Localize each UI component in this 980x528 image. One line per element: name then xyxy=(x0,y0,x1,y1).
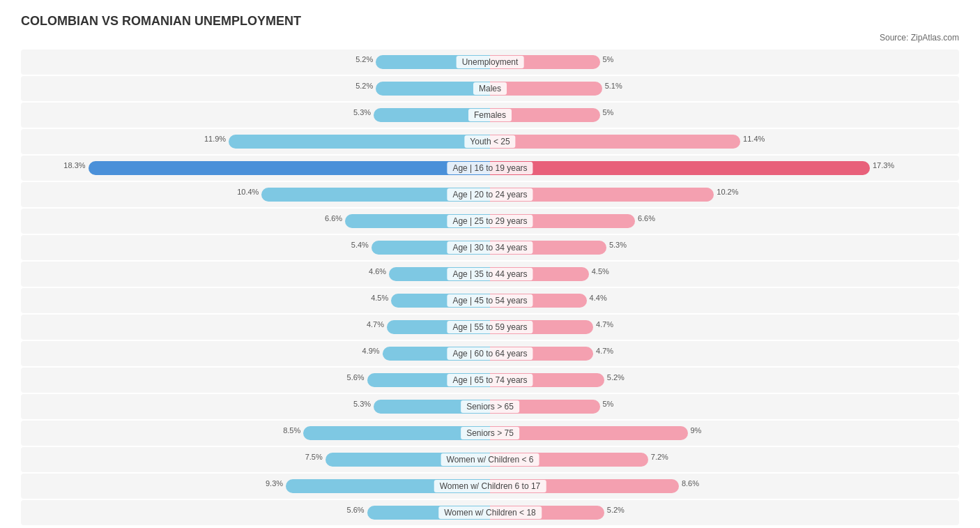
bar-container: 9.3% Women w/ Children 6 to 17 8.6% xyxy=(21,476,959,496)
right-section: 7.2% xyxy=(490,450,959,469)
chart-row: 5.3% Females 5% xyxy=(21,103,959,128)
bar-container: 4.7% Age | 55 to 59 years 4.7% xyxy=(21,317,959,337)
right-section: 5% xyxy=(490,105,959,125)
left-section: 5.2% xyxy=(21,52,490,72)
right-value: 4.7% xyxy=(596,347,613,355)
right-section: 4.4% xyxy=(490,291,959,310)
right-section: 5.1% xyxy=(490,79,959,98)
right-section: 4.7% xyxy=(490,344,959,363)
right-value: 7.2% xyxy=(651,453,668,461)
left-value: 8.5% xyxy=(283,426,300,435)
row-label: Age | 65 to 74 years xyxy=(447,374,533,386)
right-value: 11.4% xyxy=(743,135,765,143)
left-section: 5.6% xyxy=(21,503,490,522)
chart-area: 5.2% Unemployment 5% 5.2% Males 5.1% xyxy=(21,50,959,525)
right-section: 4.7% xyxy=(490,317,959,337)
bar-container: 4.9% Age | 60 to 64 years 4.7% xyxy=(21,344,959,363)
right-value: 4.5% xyxy=(592,267,609,276)
left-value: 10.4% xyxy=(237,188,259,196)
chart-row: 4.9% Age | 60 to 64 years 4.7% xyxy=(21,341,959,366)
chart-row: 10.4% Age | 20 to 24 years 10.2% xyxy=(21,182,959,207)
right-value: 17.3% xyxy=(873,161,894,169)
left-section: 7.5% xyxy=(21,450,490,469)
left-section: 5.4% xyxy=(21,238,490,257)
right-value: 5.2% xyxy=(607,373,625,382)
left-section: 9.3% xyxy=(21,476,490,496)
bar-container: 6.6% Age | 25 to 29 years 6.6% xyxy=(21,211,959,231)
chart-row: 18.3% Age | 16 to 19 years 17.3% xyxy=(21,156,959,181)
row-label: Age | 55 to 59 years xyxy=(447,321,533,333)
left-section: 8.5% xyxy=(21,423,490,443)
right-section: 9% xyxy=(490,423,959,443)
left-section: 10.4% xyxy=(21,185,490,204)
left-value: 5.4% xyxy=(351,241,369,249)
bar-right: 9% xyxy=(490,426,688,440)
right-value: 9% xyxy=(691,426,702,435)
bar-container: 7.5% Women w/ Children < 6 7.2% xyxy=(21,450,959,469)
right-value: 5.1% xyxy=(605,82,622,90)
right-section: 5.3% xyxy=(490,238,959,257)
bar-container: 10.4% Age | 20 to 24 years 10.2% xyxy=(21,185,959,204)
left-section: 5.2% xyxy=(21,79,490,98)
row-label: Youth < 25 xyxy=(464,135,515,148)
row-label: Age | 60 to 64 years xyxy=(447,347,533,360)
right-value: 8.6% xyxy=(682,479,699,488)
row-label: Women w/ Children 6 to 17 xyxy=(434,480,546,492)
bar-container: 5.6% Women w/ Children < 18 5.2% xyxy=(21,503,959,522)
row-label: Age | 16 to 19 years xyxy=(447,162,533,174)
left-value: 5.6% xyxy=(347,373,365,382)
right-section: 4.5% xyxy=(490,264,959,284)
chart-title: COLOMBIAN VS ROMANIAN UNEMPLOYMENT xyxy=(21,14,959,29)
right-value: 4.7% xyxy=(596,320,613,329)
row-label: Age | 35 to 44 years xyxy=(447,268,533,280)
right-value: 6.6% xyxy=(638,214,655,222)
right-value: 5% xyxy=(603,55,614,63)
row-label: Age | 20 to 24 years xyxy=(447,188,533,201)
chart-row: 4.7% Age | 55 to 59 years 4.7% xyxy=(21,315,959,340)
left-value: 18.3% xyxy=(63,161,85,169)
chart-row: 5.3% Seniors > 65 5% xyxy=(21,394,959,419)
left-value: 4.6% xyxy=(369,267,386,276)
left-value: 5.6% xyxy=(347,506,365,514)
chart-row: 8.5% Seniors > 75 9% xyxy=(21,421,959,446)
right-section: 5.2% xyxy=(490,503,959,522)
left-value: 11.9% xyxy=(204,135,226,143)
right-value: 10.2% xyxy=(717,188,738,196)
left-value: 5.2% xyxy=(355,55,373,63)
bar-right: 11.4% xyxy=(490,135,740,149)
row-label: Age | 30 to 34 years xyxy=(447,241,533,254)
chart-row: 11.9% Youth < 25 11.4% xyxy=(21,129,959,154)
left-value: 6.6% xyxy=(325,214,342,222)
bar-container: 5.3% Seniors > 65 5% xyxy=(21,397,959,416)
left-section: 11.9% xyxy=(21,132,490,151)
bar-container: 5.2% Unemployment 5% xyxy=(21,52,959,72)
row-label: Seniors > 75 xyxy=(461,427,519,439)
left-value: 4.7% xyxy=(367,320,384,329)
right-section: 5% xyxy=(490,397,959,416)
right-section: 5.2% xyxy=(490,370,959,390)
row-label: Seniors > 65 xyxy=(461,400,519,413)
bar-right: 17.3% xyxy=(490,161,870,175)
left-value: 5.2% xyxy=(355,82,373,90)
bar-container: 4.6% Age | 35 to 44 years 4.5% xyxy=(21,264,959,284)
row-label: Unemployment xyxy=(457,56,524,68)
bar-container: 4.5% Age | 45 to 54 years 4.4% xyxy=(21,291,959,310)
row-label: Age | 25 to 29 years xyxy=(447,215,533,227)
left-section: 18.3% xyxy=(21,158,490,178)
right-value: 5% xyxy=(603,108,614,116)
row-label: Women w/ Children < 18 xyxy=(438,506,542,519)
left-value: 4.5% xyxy=(371,294,388,302)
right-value: 5.3% xyxy=(609,241,627,249)
bar-container: 5.4% Age | 30 to 34 years 5.3% xyxy=(21,238,959,257)
right-section: 6.6% xyxy=(490,211,959,231)
bar-container: 8.5% Seniors > 75 9% xyxy=(21,423,959,443)
right-value: 5% xyxy=(603,400,614,408)
bar-container: 18.3% Age | 16 to 19 years 17.3% xyxy=(21,158,959,178)
left-section: 5.3% xyxy=(21,105,490,125)
row-label: Males xyxy=(473,82,507,95)
chart-row: 6.6% Age | 25 to 29 years 6.6% xyxy=(21,209,959,234)
left-value: 7.5% xyxy=(305,453,323,461)
left-section: 4.5% xyxy=(21,291,490,310)
source-label: Source: ZipAtlas.com xyxy=(21,33,959,43)
bar-right: 5.1% xyxy=(490,82,602,96)
